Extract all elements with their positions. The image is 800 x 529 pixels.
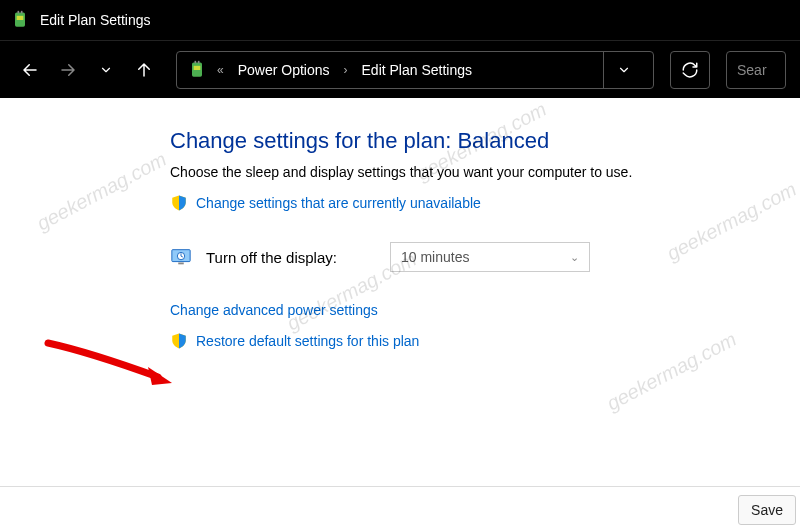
svg-rect-6	[198, 60, 200, 63]
display-off-label: Turn off the display:	[206, 249, 376, 266]
titlebar: Edit Plan Settings	[0, 0, 800, 40]
footer-divider	[0, 486, 800, 487]
arrow-right-icon	[59, 61, 77, 79]
svg-rect-7	[194, 65, 201, 69]
refresh-icon	[681, 61, 699, 79]
breadcrumb-separator[interactable]: «	[215, 63, 226, 77]
chevron-down-icon: ⌄	[570, 251, 579, 264]
up-button[interactable]	[128, 54, 160, 86]
advanced-link-row: Change advanced power settings	[170, 302, 800, 318]
arrow-left-icon	[21, 61, 39, 79]
save-button[interactable]: Save	[738, 495, 796, 525]
forward-button[interactable]	[52, 54, 84, 86]
monitor-icon	[170, 246, 192, 268]
address-bar[interactable]: « Power Options › Edit Plan Settings	[176, 51, 654, 89]
breadcrumb-item-edit-plan[interactable]: Edit Plan Settings	[358, 60, 477, 80]
search-input[interactable]: Sear	[726, 51, 786, 89]
restore-link-row: Restore default settings for this plan	[170, 332, 800, 350]
display-off-dropdown[interactable]: 10 minutes ⌄	[390, 242, 590, 272]
shield-icon	[170, 332, 188, 350]
window-title: Edit Plan Settings	[40, 12, 151, 28]
svg-rect-2	[21, 11, 23, 14]
svg-rect-1	[18, 11, 20, 14]
shield-icon	[170, 194, 188, 212]
back-button[interactable]	[14, 54, 46, 86]
content-area: Change settings for the plan: Balanced C…	[0, 98, 800, 487]
search-placeholder: Sear	[737, 62, 767, 78]
svg-rect-5	[195, 60, 197, 63]
advanced-power-settings-link[interactable]: Change advanced power settings	[170, 302, 378, 318]
power-plan-icon	[10, 10, 30, 30]
address-dropdown-button[interactable]	[603, 52, 643, 88]
arrow-up-icon	[135, 61, 153, 79]
uac-link-row: Change settings that are currently unava…	[170, 194, 800, 212]
power-plan-icon	[187, 60, 207, 80]
toolbar: « Power Options › Edit Plan Settings Sea…	[0, 40, 800, 98]
recent-button[interactable]	[90, 54, 122, 86]
restore-defaults-link[interactable]: Restore default settings for this plan	[196, 333, 419, 349]
breadcrumb-separator[interactable]: ›	[342, 63, 350, 77]
breadcrumb-item-power-options[interactable]: Power Options	[234, 60, 334, 80]
page-heading: Change settings for the plan: Balanced	[170, 128, 800, 154]
display-off-setting: Turn off the display: 10 minutes ⌄	[170, 242, 800, 272]
uac-change-link[interactable]: Change settings that are currently unava…	[196, 195, 481, 211]
refresh-button[interactable]	[670, 51, 710, 89]
chevron-down-icon	[99, 63, 113, 77]
display-off-value: 10 minutes	[401, 249, 469, 265]
svg-rect-3	[17, 16, 24, 20]
chevron-down-icon	[617, 63, 631, 77]
svg-rect-10	[178, 263, 184, 265]
page-subtext: Choose the sleep and display settings th…	[170, 164, 800, 180]
